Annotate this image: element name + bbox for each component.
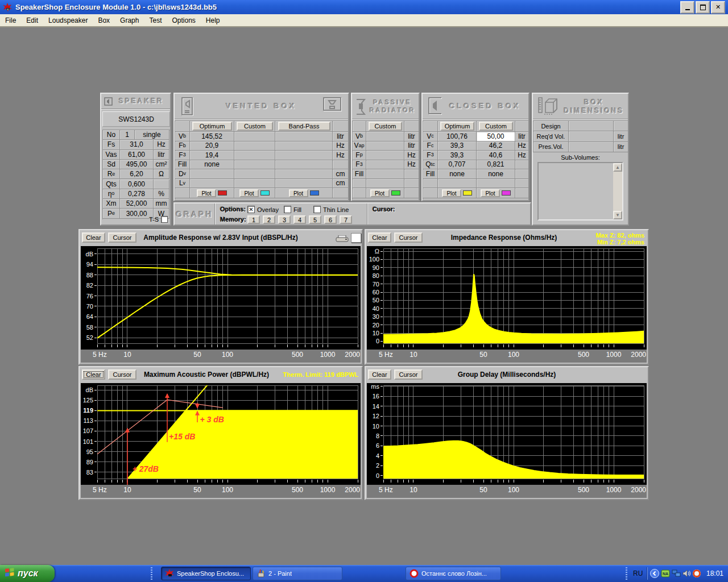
svg-text:60: 60 bbox=[373, 289, 379, 296]
impedance-response-chart: Clear Cursor Impedance Response (Ohms/Hz… bbox=[365, 229, 649, 365]
paint-icon bbox=[257, 569, 266, 578]
minimize-button[interactable] bbox=[680, 1, 694, 14]
menu-item-test[interactable]: Test bbox=[144, 15, 167, 26]
svg-text:1000: 1000 bbox=[320, 351, 336, 359]
box-dimensions-table: DesignReq'd Vol.litrPres.Vol.litr bbox=[533, 120, 628, 152]
svg-text:5 Hz: 5 Hz bbox=[379, 351, 393, 359]
menu-item-loudspeaker[interactable]: Loudspeaker bbox=[43, 15, 93, 26]
band-pass-button[interactable]: Band-Pass bbox=[278, 122, 330, 131]
menu-item-graph[interactable]: Graph bbox=[115, 15, 144, 26]
printer-icon[interactable] bbox=[336, 235, 349, 245]
box-dim-value[interactable] bbox=[569, 142, 614, 152]
thin-line-checkbox[interactable] bbox=[313, 206, 321, 213]
custom-button[interactable]: Custom bbox=[479, 122, 513, 131]
sub-volumes-scrollbar[interactable]: ▲ ▼ bbox=[613, 163, 622, 219]
opera-tray-icon[interactable] bbox=[692, 569, 701, 578]
svg-text:Ω: Ω bbox=[375, 248, 379, 255]
menu-item-box[interactable]: Box bbox=[93, 15, 115, 26]
ts-checkbox[interactable] bbox=[161, 216, 168, 223]
param-value: 0,821 bbox=[477, 160, 515, 170]
plot-button[interactable]: Plot bbox=[197, 189, 216, 197]
svg-text:NA: NA bbox=[663, 572, 668, 576]
taskbar-task-2-paint[interactable]: 2 - Paint bbox=[253, 567, 342, 580]
overlay-checkbox[interactable]: ✕ bbox=[247, 206, 255, 213]
optimum-button[interactable]: Optimum bbox=[440, 122, 474, 131]
language-indicator[interactable]: RU bbox=[633, 569, 643, 577]
svg-text:94: 94 bbox=[86, 261, 93, 268]
clear-button[interactable]: Clear bbox=[368, 232, 391, 243]
cursor-button[interactable]: Cursor bbox=[108, 232, 136, 243]
cursor-button[interactable]: Cursor bbox=[394, 232, 423, 243]
memory-button-3[interactable]: 3 bbox=[278, 215, 291, 224]
nod32-icon[interactable]: NA bbox=[661, 569, 670, 578]
close-icon: ✕ bbox=[715, 3, 721, 11]
network-icon[interactable] bbox=[672, 569, 681, 578]
volume-icon[interactable] bbox=[682, 569, 691, 578]
param-unit bbox=[404, 179, 419, 189]
print-option-box[interactable] bbox=[351, 233, 361, 243]
box-dim-label: Design bbox=[533, 121, 569, 131]
tray-handle[interactable] bbox=[626, 567, 627, 580]
svg-text:52: 52 bbox=[86, 334, 93, 341]
memory-button-1[interactable]: 1 bbox=[247, 215, 260, 224]
clear-button[interactable]: Clear bbox=[368, 369, 391, 380]
taskbar-task-[interactable]: Останнє слово Лозін... bbox=[406, 567, 501, 580]
table-footer-cell bbox=[175, 188, 190, 198]
svg-text:70: 70 bbox=[86, 303, 93, 310]
plot-button[interactable]: Plot bbox=[370, 189, 390, 197]
restore-button[interactable] bbox=[696, 1, 710, 14]
plot-button[interactable]: Plot bbox=[289, 189, 308, 197]
impedance-plot: Ω10090807060504030201005 Hz1050100500100… bbox=[367, 246, 647, 363]
close-button[interactable]: ✕ bbox=[711, 1, 725, 14]
menu-item-file[interactable]: File bbox=[0, 15, 21, 26]
scrollbar-down-icon[interactable]: ▼ bbox=[613, 211, 622, 219]
scrollbar-up-icon[interactable]: ▲ bbox=[613, 163, 622, 172]
menu-item-edit[interactable]: Edit bbox=[21, 15, 43, 26]
table-header-cell bbox=[404, 121, 419, 132]
plot-color-swatch bbox=[391, 190, 400, 196]
plot-button[interactable]: Plot bbox=[442, 189, 461, 197]
param-value bbox=[234, 179, 275, 189]
chart-title: Group Delay (Milliseconds/Hz) bbox=[423, 371, 591, 379]
clear-button[interactable]: Clear bbox=[82, 232, 105, 243]
param-value bbox=[275, 151, 333, 160]
box-dim-value[interactable] bbox=[569, 131, 614, 142]
cursor-button[interactable]: Cursor bbox=[108, 369, 136, 380]
box-dim-value[interactable] bbox=[569, 121, 614, 131]
param-value: 0,600 bbox=[120, 180, 154, 189]
sub-volumes-listbox[interactable]: ▲ ▼ bbox=[537, 162, 623, 221]
svg-text:82: 82 bbox=[86, 282, 93, 289]
clear-button[interactable]: Clear bbox=[82, 369, 105, 380]
custom-button[interactable]: Custom bbox=[237, 122, 273, 131]
table-footer-cell bbox=[515, 188, 529, 198]
memory-button-7[interactable]: 7 bbox=[340, 215, 352, 224]
menu-item-options[interactable]: Options bbox=[167, 15, 200, 26]
hidden-icons-arrow-icon[interactable] bbox=[650, 569, 659, 578]
memory-button-2[interactable]: 2 bbox=[263, 215, 275, 224]
svg-text:40: 40 bbox=[373, 305, 379, 312]
menu-item-help[interactable]: Help bbox=[201, 15, 225, 26]
param-value: 61,00 bbox=[120, 150, 154, 160]
svg-text:10: 10 bbox=[373, 423, 379, 430]
memory-button-4[interactable]: 4 bbox=[293, 215, 306, 224]
param-unit: Hz bbox=[333, 142, 349, 151]
cursor-button[interactable]: Cursor bbox=[394, 369, 423, 380]
impedance-max-min-note: Max Z: 82, ohms Min Z: 7,2 ohms bbox=[595, 232, 644, 246]
plot-button[interactable]: Plot bbox=[239, 189, 259, 197]
start-button[interactable]: пуск bbox=[0, 565, 55, 582]
param-value: 100,76 bbox=[438, 132, 477, 142]
fill-checkbox[interactable] bbox=[284, 206, 291, 213]
taskbar-task-speakershop-enclosu[interactable]: SpeakerShop Enclosu... bbox=[161, 567, 251, 580]
custom-button[interactable]: Custom bbox=[369, 122, 402, 131]
optimum-button[interactable]: Optimum bbox=[192, 122, 232, 131]
param-unit: litr bbox=[404, 132, 419, 142]
memory-button-6[interactable]: 6 bbox=[324, 215, 337, 224]
plot-button[interactable]: Plot bbox=[481, 189, 500, 197]
param-unit: Hz bbox=[404, 160, 419, 170]
taskbar-handle[interactable] bbox=[151, 567, 152, 580]
memory-button-5[interactable]: 5 bbox=[309, 215, 321, 224]
param-unit: mm bbox=[154, 199, 169, 209]
param-value-editable[interactable]: 50,00 bbox=[477, 132, 515, 142]
param-value bbox=[366, 169, 404, 179]
svg-text:64: 64 bbox=[86, 313, 93, 320]
